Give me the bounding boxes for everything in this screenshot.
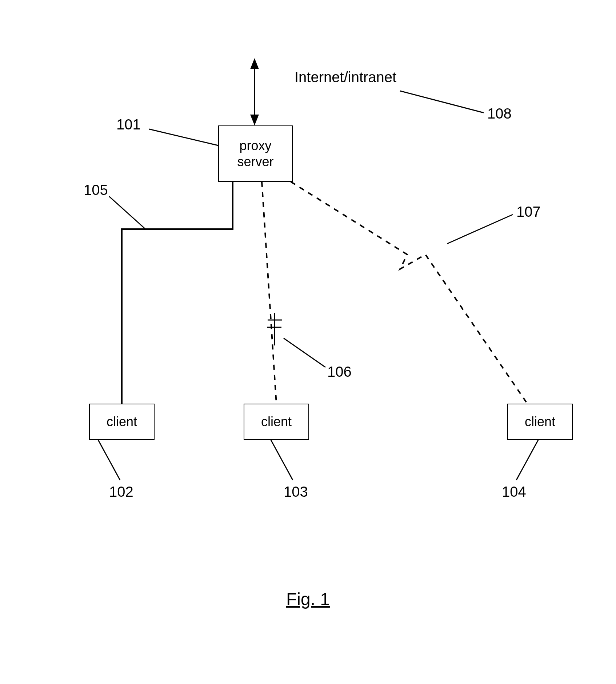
client-a-box: client (89, 404, 155, 440)
ref-103: 103 (284, 484, 308, 500)
client-b-box: client (244, 404, 309, 440)
link-wired-105 (122, 182, 233, 404)
leader-101 (149, 129, 218, 145)
figure-title: Fig. 1 (286, 589, 330, 609)
leader-108 (400, 91, 484, 113)
connectors-layer (0, 0, 616, 684)
ref-102: 102 (109, 484, 133, 500)
uplink-arrowhead-up (250, 58, 259, 69)
ref-105: 105 (84, 182, 108, 198)
ref-107: 107 (516, 204, 541, 220)
leader-106 (284, 338, 325, 367)
leader-105 (109, 196, 145, 229)
link-wireless-106 (262, 182, 276, 404)
diagram-stage: proxy server client client client Intern… (0, 0, 616, 684)
leader-104 (516, 440, 538, 480)
link-wireless-107 (291, 182, 527, 404)
ref-101: 101 (116, 116, 141, 133)
ref-108: 108 (487, 105, 512, 122)
leader-103 (271, 440, 293, 480)
ref-104: 104 (502, 484, 526, 500)
proxy-server-box: proxy server (218, 125, 293, 182)
client-c-box: client (507, 404, 573, 440)
leader-102 (98, 440, 120, 480)
uplink-arrowhead-down (250, 115, 259, 125)
leader-107 (447, 215, 513, 244)
internet-label: Internet/intranet (295, 69, 396, 85)
ref-106: 106 (327, 364, 352, 380)
